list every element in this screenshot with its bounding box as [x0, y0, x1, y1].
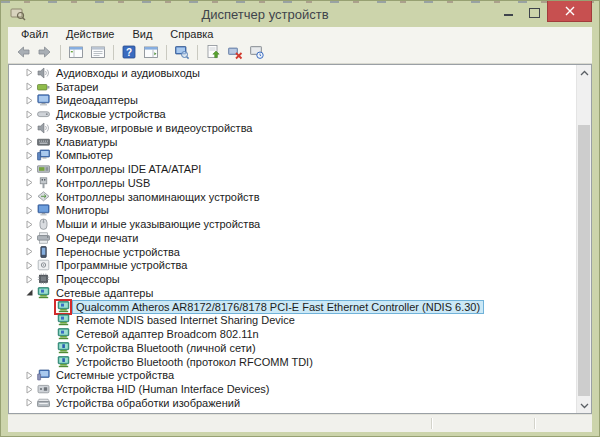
- tree-item[interactable]: Дисковые устройства: [9, 107, 576, 121]
- tree-item[interactable]: Remote NDIS based Internet Sharing Devic…: [9, 314, 576, 328]
- expander-spacer: [44, 329, 55, 340]
- tree-item-label: Процессоры: [53, 273, 123, 285]
- maximize-button[interactable]: [521, 1, 547, 21]
- maximize-icon: [529, 8, 540, 18]
- device-tree[interactable]: Аудиовходы и аудиовыходыБатареиВидеоадап…: [9, 66, 576, 413]
- tree-item-label: Клавиатуры: [53, 136, 120, 148]
- tree-item[interactable]: Аудиовходы и аудиовыходы: [9, 66, 576, 80]
- keyboard-icon: [36, 136, 50, 148]
- tree-item[interactable]: Контроллеры USB: [9, 176, 576, 190]
- speaker-icon: [36, 67, 50, 79]
- tree-item[interactable]: Сетевой адаптер Broadcom 802.11n: [9, 327, 576, 341]
- network-adapter-icon: [56, 314, 70, 326]
- tree-item[interactable]: Мыши и иные указывающие устройства: [9, 217, 576, 231]
- tree-item-label: Батареи: [53, 81, 102, 93]
- tree-item[interactable]: Звуковые, игровые и видеоустройства: [9, 121, 576, 135]
- tree-item[interactable]: Устройства HID (Human Interface Devices): [9, 382, 576, 396]
- collapsed-expander-icon[interactable]: [24, 274, 35, 285]
- expander-spacer: [44, 301, 55, 312]
- show-console-tree-icon[interactable]: [66, 43, 86, 61]
- network-adapter-icon: [56, 328, 70, 340]
- tree-item[interactable]: Сетевые адаптеры: [9, 286, 576, 300]
- tree-item-label: Дисковые устройства: [53, 108, 169, 120]
- tree-item-label: Сетевые адаптеры: [53, 287, 156, 299]
- tree-item[interactable]: Qualcomm Atheros AR8172/8176/8178 PCI-E …: [9, 300, 576, 314]
- tree-item[interactable]: Батареи: [9, 80, 576, 94]
- vertical-scrollbar[interactable]: [576, 65, 591, 413]
- imaging-device-icon: [36, 397, 50, 409]
- bluetooth-device-icon: [56, 356, 70, 368]
- tree-item[interactable]: Мониторы: [9, 204, 576, 218]
- statusbar-separator: [431, 418, 432, 429]
- tree-item[interactable]: Клавиатуры: [9, 135, 576, 149]
- disk-drive-icon: [36, 108, 50, 120]
- back-icon[interactable]: [13, 43, 33, 61]
- collapsed-expander-icon[interactable]: [24, 150, 35, 161]
- tree-item-label: Мониторы: [53, 204, 112, 216]
- properties-window-icon[interactable]: [88, 43, 108, 61]
- scrollbar-thumb[interactable]: [578, 125, 590, 396]
- tree-item-label: Аудиовходы и аудиовыходы: [53, 67, 203, 79]
- expanded-expander-icon[interactable]: [24, 287, 35, 298]
- tree-item[interactable]: Видеоадаптеры: [9, 94, 576, 108]
- tree-item[interactable]: Устройства Bluetooth (личной сети): [9, 341, 576, 355]
- close-button[interactable]: [547, 1, 592, 22]
- monitor-icon: [36, 204, 50, 216]
- tree-item-label: Звуковые, игровые и видеоустройства: [53, 122, 256, 134]
- menu-view[interactable]: Вид: [123, 27, 161, 41]
- collapsed-expander-icon[interactable]: [24, 370, 35, 381]
- update-driver-icon[interactable]: [203, 43, 223, 61]
- minimize-button[interactable]: [495, 1, 521, 21]
- toolbar-separator: [197, 45, 198, 60]
- menu-action[interactable]: Действие: [57, 27, 123, 41]
- collapsed-expander-icon[interactable]: [24, 81, 35, 92]
- tree-item[interactable]: Программные устройства: [9, 259, 576, 273]
- menu-file[interactable]: Файл: [12, 27, 57, 41]
- device-properties-icon[interactable]: [172, 43, 192, 61]
- tree-item-label: Устройства обработки изображений: [53, 397, 243, 409]
- hid-device-icon: [36, 383, 50, 395]
- collapsed-expander-icon[interactable]: [24, 122, 35, 133]
- uninstall-device-icon[interactable]: [225, 43, 245, 61]
- forward-icon[interactable]: [35, 43, 55, 61]
- tree-item[interactable]: Очереди печати: [9, 231, 576, 245]
- show-action-pane-icon[interactable]: [141, 43, 161, 61]
- tree-item[interactable]: Переносные устройства: [9, 245, 576, 259]
- tree-item[interactable]: Контроллеры запоминающих устройств: [9, 190, 576, 204]
- scroll-down-icon[interactable]: [577, 398, 591, 413]
- tree-item[interactable]: Компьютер: [9, 149, 576, 163]
- collapsed-expander-icon[interactable]: [24, 205, 35, 216]
- svg-text:?: ?: [126, 47, 132, 58]
- tree-item-label: Переносные устройства: [53, 246, 183, 258]
- collapsed-expander-icon[interactable]: [24, 164, 35, 175]
- tree-item[interactable]: Устройства обработки изображений: [9, 396, 576, 410]
- collapsed-expander-icon[interactable]: [24, 384, 35, 395]
- ide-controller-icon: [36, 163, 50, 175]
- tree-item[interactable]: Процессоры: [9, 272, 576, 286]
- help-icon[interactable]: ?: [119, 43, 139, 61]
- expander-spacer: [44, 342, 55, 353]
- title-bar[interactable]: Диспетчер устройств: [1, 1, 599, 27]
- scan-hardware-changes-icon[interactable]: [247, 43, 267, 61]
- collapsed-expander-icon[interactable]: [24, 219, 35, 230]
- menu-help[interactable]: Справка: [161, 27, 222, 41]
- tree-item-label: Мыши и иные указывающие устройства: [53, 218, 263, 230]
- tree-item[interactable]: Контроллеры IDE ATA/ATAPI: [9, 162, 576, 176]
- tree-item-label: Сетевой адаптер Broadcom 802.11n: [73, 328, 262, 340]
- toolbar-separator: [113, 45, 114, 60]
- collapsed-expander-icon[interactable]: [24, 191, 35, 202]
- collapsed-expander-icon[interactable]: [24, 136, 35, 147]
- bluetooth-device-icon: [56, 342, 70, 354]
- collapsed-expander-icon[interactable]: [24, 246, 35, 257]
- processor-icon: [36, 273, 50, 285]
- collapsed-expander-icon[interactable]: [24, 397, 35, 408]
- collapsed-expander-icon[interactable]: [24, 67, 35, 78]
- tree-item[interactable]: Системные устройства: [9, 369, 576, 383]
- collapsed-expander-icon[interactable]: [24, 109, 35, 120]
- tree-item[interactable]: Устройство Bluetooth (протокол RFCOMM TD…: [9, 355, 576, 369]
- collapsed-expander-icon[interactable]: [24, 232, 35, 243]
- collapsed-expander-icon[interactable]: [24, 95, 35, 106]
- collapsed-expander-icon[interactable]: [24, 260, 35, 271]
- collapsed-expander-icon[interactable]: [24, 177, 35, 188]
- scroll-up-icon[interactable]: [577, 65, 591, 80]
